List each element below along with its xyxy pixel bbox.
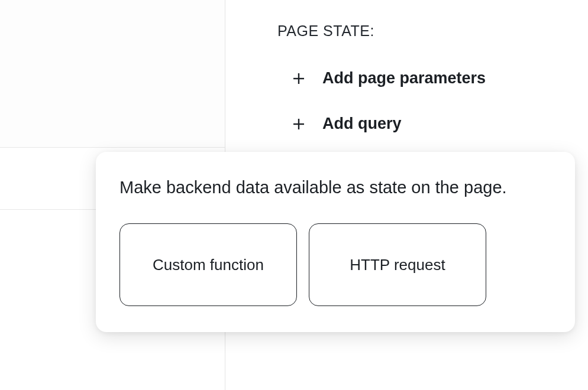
plus-icon <box>292 72 306 86</box>
plus-icon <box>292 117 306 131</box>
add-page-parameters-label: Add page parameters <box>322 69 486 87</box>
add-query-popover: Make backend data available as state on … <box>96 152 575 332</box>
add-query-row[interactable]: Add query <box>277 115 588 133</box>
add-page-parameters-row[interactable]: Add page parameters <box>277 69 588 87</box>
page-state-label: PAGE STATE: <box>277 22 588 40</box>
add-query-label: Add query <box>322 115 402 133</box>
popover-description: Make backend data available as state on … <box>119 178 551 197</box>
custom-function-button[interactable]: Custom function <box>119 223 297 306</box>
http-request-button[interactable]: HTTP request <box>309 223 486 306</box>
popover-options: Custom function HTTP request <box>119 223 551 306</box>
left-panel-upper-region <box>0 0 225 148</box>
